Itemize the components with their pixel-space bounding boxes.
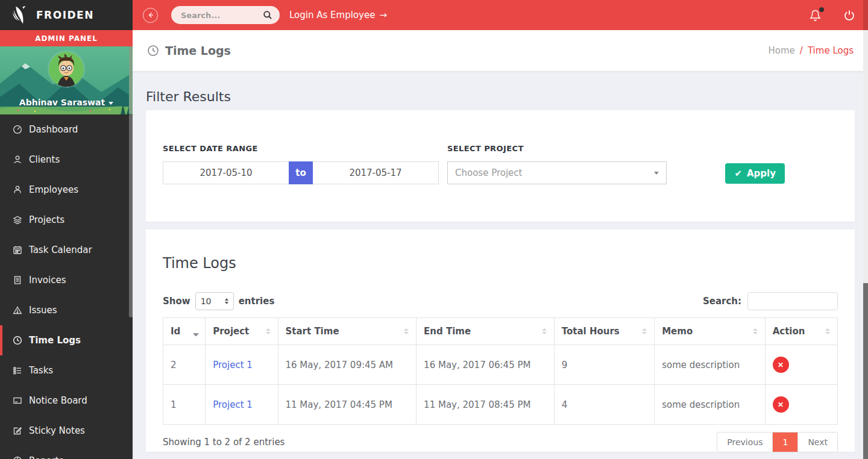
topbar-search[interactable] xyxy=(171,6,280,24)
sidebar-item-label: Tasks xyxy=(29,365,53,376)
page-size-select[interactable]: 10 xyxy=(195,292,234,310)
sort-desc-icon xyxy=(193,333,199,336)
pagination-page-1[interactable]: 1 xyxy=(772,432,797,452)
task-calendar-icon xyxy=(12,245,22,255)
breadcrumb-current[interactable]: Time Logs xyxy=(808,45,854,56)
filter-results-heading: Filter Results xyxy=(146,89,855,104)
sidebar-item-reports[interactable]: Reports xyxy=(0,446,133,459)
project-link[interactable]: Project 1 xyxy=(213,399,253,410)
sidebar-scrollbar-thumb[interactable] xyxy=(129,114,133,317)
x-icon: ✕ xyxy=(778,401,784,408)
notifications-button[interactable] xyxy=(810,9,821,22)
time-logs-icon xyxy=(12,336,22,346)
page-header: Time Logs Home / Time Logs xyxy=(133,30,868,71)
show-label: Show xyxy=(163,296,190,307)
date-from-input[interactable] xyxy=(163,161,289,184)
delete-button[interactable]: ✕ xyxy=(773,396,789,413)
sidebar-item-employees[interactable]: Employees xyxy=(0,175,133,205)
chevron-down-icon xyxy=(108,102,113,105)
table-row: 2 Project 1 16 May, 2017 09:45 AM 16 May… xyxy=(163,345,838,385)
sidebar-item-clients[interactable]: Clients xyxy=(0,145,133,175)
page-title: Time Logs xyxy=(165,44,231,57)
time-logs-card-title: Time Logs xyxy=(163,255,838,272)
user-menu[interactable]: Abhinav Saraswat xyxy=(0,98,133,107)
froiden-bird-icon xyxy=(10,5,30,25)
pagination: Previous 1 Next xyxy=(717,432,838,452)
notice-board-icon xyxy=(12,396,22,406)
column-header-action[interactable]: Action xyxy=(765,318,837,345)
chevron-down-icon xyxy=(654,172,659,175)
arrow-right-icon: → xyxy=(379,10,387,20)
sidebar-item-label: Notice Board xyxy=(29,395,87,406)
logout-button[interactable] xyxy=(844,10,855,21)
avatar[interactable] xyxy=(49,52,84,87)
date-range-label: SELECT DATE RANGE xyxy=(163,144,439,153)
project-select[interactable]: Choose Project xyxy=(447,161,667,184)
sort-icon xyxy=(542,328,548,334)
table-search-input[interactable] xyxy=(747,292,838,310)
sidebar-item-issues[interactable]: Issues xyxy=(0,295,133,325)
app-window: FROIDEN ADMIN PANEL xyxy=(0,0,868,459)
login-as-employee-link[interactable]: Login As Employee → xyxy=(289,10,387,20)
apply-button[interactable]: ✔ Apply xyxy=(725,163,785,184)
delete-button[interactable]: ✕ xyxy=(773,357,789,373)
breadcrumb-separator: / xyxy=(800,45,803,56)
sort-icon xyxy=(642,328,648,334)
brand-logo[interactable]: FROIDEN xyxy=(0,0,133,30)
apply-button-label: Apply xyxy=(747,168,776,179)
pagination-next[interactable]: Next xyxy=(797,432,837,452)
main-content: Filter Results SELECT DATE RANGE to SELE… xyxy=(133,71,868,459)
reports-icon xyxy=(12,456,22,459)
admin-panel-badge: ADMIN PANEL xyxy=(0,30,133,46)
column-header-total-hours[interactable]: Total Hours xyxy=(554,318,654,345)
column-header-id[interactable]: Id xyxy=(163,318,206,345)
sidebar-item-dashboard[interactable]: Dashboard xyxy=(0,114,133,145)
page-scrollbar-thumb[interactable] xyxy=(863,283,868,459)
cell-start-time: 11 May, 2017 04:45 PM xyxy=(278,385,417,425)
column-header-end-time[interactable]: End Time xyxy=(417,318,555,345)
page-scrollbar-track xyxy=(863,0,868,30)
topbar: Login As Employee → xyxy=(133,0,868,30)
user-name: Abhinav Saraswat xyxy=(19,98,105,107)
sidebar-item-sticky-notes[interactable]: Sticky Notes xyxy=(0,416,133,446)
column-header-start-time[interactable]: Start Time xyxy=(278,318,417,345)
sidebar-item-tasks[interactable]: Tasks xyxy=(0,355,133,386)
filter-card: SELECT DATE RANGE to SELECT PROJECT Choo… xyxy=(146,110,855,222)
sidebar-item-time-logs[interactable]: Time Logs xyxy=(0,325,133,355)
sidebar-item-label: Projects xyxy=(29,214,64,225)
sidebar-item-projects[interactable]: Projects xyxy=(0,205,133,235)
select-project-label: SELECT PROJECT xyxy=(447,144,667,153)
brand-name: FROIDEN xyxy=(36,9,94,21)
cell-start-time: 16 May, 2017 09:45 AM xyxy=(278,345,417,385)
breadcrumb-home[interactable]: Home xyxy=(769,45,795,56)
sidebar-item-label: Clients xyxy=(29,154,60,165)
entries-label: entries xyxy=(239,296,275,307)
pagination-previous[interactable]: Previous xyxy=(717,432,772,452)
table-controls: Show 10 entries Search: xyxy=(163,292,838,310)
sort-icon xyxy=(825,328,831,334)
sidebar-scrollbar-thumb[interactable] xyxy=(129,46,133,114)
date-to-input[interactable] xyxy=(313,161,439,184)
project-link[interactable]: Project 1 xyxy=(213,360,253,370)
search-icon[interactable] xyxy=(263,10,272,20)
column-header-memo[interactable]: Memo xyxy=(655,318,765,345)
sidebar-item-label: Dashboard xyxy=(29,124,78,135)
sidebar-item-label: Task Calendar xyxy=(29,245,92,255)
search-input[interactable] xyxy=(181,11,263,20)
sidebar-item-invoices[interactable]: Invoices xyxy=(0,265,133,295)
sidebar-item-task-calendar[interactable]: Task Calendar xyxy=(0,235,133,265)
issues-icon xyxy=(12,305,22,316)
cell-total-hours: 4 xyxy=(554,385,654,425)
column-header-project[interactable]: Project xyxy=(206,318,278,345)
page-size-value: 10 xyxy=(201,296,212,306)
check-icon: ✔ xyxy=(734,168,742,179)
project-select-value: Choose Project xyxy=(455,167,522,178)
clients-icon xyxy=(12,155,22,165)
invoices-icon xyxy=(12,275,22,286)
sidebar-item-notice-board[interactable]: Notice Board xyxy=(0,386,133,416)
employees-icon xyxy=(12,185,22,195)
clock-icon xyxy=(147,45,159,57)
breadcrumb: Home / Time Logs xyxy=(769,45,854,56)
cell-memo: some description xyxy=(655,345,765,385)
arrow-left-circle-icon[interactable] xyxy=(143,8,158,23)
